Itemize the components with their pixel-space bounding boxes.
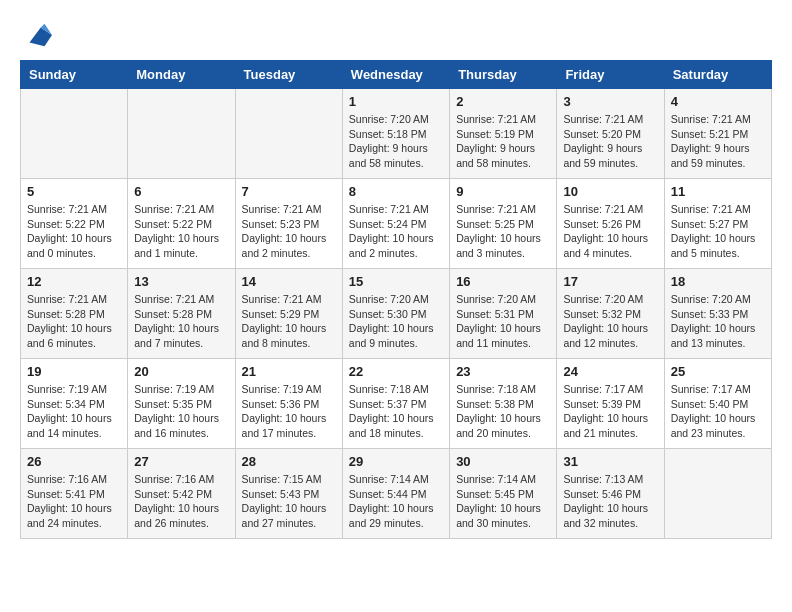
calendar-week-row: 12Sunrise: 7:21 AM Sunset: 5:28 PM Dayli… [21, 269, 772, 359]
calendar-cell [21, 89, 128, 179]
day-info: Sunrise: 7:13 AM Sunset: 5:46 PM Dayligh… [563, 472, 657, 531]
calendar-cell: 29Sunrise: 7:14 AM Sunset: 5:44 PM Dayli… [342, 449, 449, 539]
day-number: 6 [134, 184, 228, 199]
calendar-cell: 10Sunrise: 7:21 AM Sunset: 5:26 PM Dayli… [557, 179, 664, 269]
day-info: Sunrise: 7:21 AM Sunset: 5:23 PM Dayligh… [242, 202, 336, 261]
day-info: Sunrise: 7:21 AM Sunset: 5:19 PM Dayligh… [456, 112, 550, 171]
weekday-header-cell: Sunday [21, 61, 128, 89]
calendar-cell: 9Sunrise: 7:21 AM Sunset: 5:25 PM Daylig… [450, 179, 557, 269]
calendar-cell: 24Sunrise: 7:17 AM Sunset: 5:39 PM Dayli… [557, 359, 664, 449]
calendar-cell: 23Sunrise: 7:18 AM Sunset: 5:38 PM Dayli… [450, 359, 557, 449]
day-info: Sunrise: 7:21 AM Sunset: 5:21 PM Dayligh… [671, 112, 765, 171]
weekday-header-cell: Thursday [450, 61, 557, 89]
day-number: 2 [456, 94, 550, 109]
weekday-header-cell: Monday [128, 61, 235, 89]
calendar-cell: 30Sunrise: 7:14 AM Sunset: 5:45 PM Dayli… [450, 449, 557, 539]
calendar-cell: 27Sunrise: 7:16 AM Sunset: 5:42 PM Dayli… [128, 449, 235, 539]
day-info: Sunrise: 7:16 AM Sunset: 5:41 PM Dayligh… [27, 472, 121, 531]
day-info: Sunrise: 7:21 AM Sunset: 5:25 PM Dayligh… [456, 202, 550, 261]
day-info: Sunrise: 7:21 AM Sunset: 5:22 PM Dayligh… [134, 202, 228, 261]
day-info: Sunrise: 7:18 AM Sunset: 5:37 PM Dayligh… [349, 382, 443, 441]
day-number: 19 [27, 364, 121, 379]
day-number: 1 [349, 94, 443, 109]
day-number: 13 [134, 274, 228, 289]
day-info: Sunrise: 7:15 AM Sunset: 5:43 PM Dayligh… [242, 472, 336, 531]
day-number: 27 [134, 454, 228, 469]
day-info: Sunrise: 7:14 AM Sunset: 5:45 PM Dayligh… [456, 472, 550, 531]
calendar-cell: 3Sunrise: 7:21 AM Sunset: 5:20 PM Daylig… [557, 89, 664, 179]
calendar-week-row: 1Sunrise: 7:20 AM Sunset: 5:18 PM Daylig… [21, 89, 772, 179]
day-info: Sunrise: 7:21 AM Sunset: 5:29 PM Dayligh… [242, 292, 336, 351]
day-number: 11 [671, 184, 765, 199]
day-info: Sunrise: 7:20 AM Sunset: 5:30 PM Dayligh… [349, 292, 443, 351]
calendar-cell [128, 89, 235, 179]
day-info: Sunrise: 7:14 AM Sunset: 5:44 PM Dayligh… [349, 472, 443, 531]
calendar-table: SundayMondayTuesdayWednesdayThursdayFrid… [20, 60, 772, 539]
day-info: Sunrise: 7:18 AM Sunset: 5:38 PM Dayligh… [456, 382, 550, 441]
calendar-cell: 20Sunrise: 7:19 AM Sunset: 5:35 PM Dayli… [128, 359, 235, 449]
calendar-cell [664, 449, 771, 539]
day-number: 23 [456, 364, 550, 379]
calendar-cell: 25Sunrise: 7:17 AM Sunset: 5:40 PM Dayli… [664, 359, 771, 449]
day-number: 30 [456, 454, 550, 469]
calendar-cell: 17Sunrise: 7:20 AM Sunset: 5:32 PM Dayli… [557, 269, 664, 359]
day-info: Sunrise: 7:21 AM Sunset: 5:22 PM Dayligh… [27, 202, 121, 261]
day-info: Sunrise: 7:20 AM Sunset: 5:18 PM Dayligh… [349, 112, 443, 171]
calendar-week-row: 26Sunrise: 7:16 AM Sunset: 5:41 PM Dayli… [21, 449, 772, 539]
calendar-cell: 22Sunrise: 7:18 AM Sunset: 5:37 PM Dayli… [342, 359, 449, 449]
calendar-cell: 28Sunrise: 7:15 AM Sunset: 5:43 PM Dayli… [235, 449, 342, 539]
day-info: Sunrise: 7:21 AM Sunset: 5:20 PM Dayligh… [563, 112, 657, 171]
day-number: 14 [242, 274, 336, 289]
calendar-cell: 21Sunrise: 7:19 AM Sunset: 5:36 PM Dayli… [235, 359, 342, 449]
day-number: 3 [563, 94, 657, 109]
day-info: Sunrise: 7:20 AM Sunset: 5:31 PM Dayligh… [456, 292, 550, 351]
day-info: Sunrise: 7:21 AM Sunset: 5:28 PM Dayligh… [27, 292, 121, 351]
day-number: 9 [456, 184, 550, 199]
calendar-cell: 31Sunrise: 7:13 AM Sunset: 5:46 PM Dayli… [557, 449, 664, 539]
day-info: Sunrise: 7:21 AM Sunset: 5:26 PM Dayligh… [563, 202, 657, 261]
day-number: 17 [563, 274, 657, 289]
day-info: Sunrise: 7:21 AM Sunset: 5:27 PM Dayligh… [671, 202, 765, 261]
page-header [20, 20, 772, 50]
day-number: 26 [27, 454, 121, 469]
day-number: 4 [671, 94, 765, 109]
day-number: 22 [349, 364, 443, 379]
calendar-cell: 8Sunrise: 7:21 AM Sunset: 5:24 PM Daylig… [342, 179, 449, 269]
weekday-header-cell: Wednesday [342, 61, 449, 89]
day-number: 7 [242, 184, 336, 199]
day-number: 25 [671, 364, 765, 379]
day-number: 24 [563, 364, 657, 379]
calendar-cell: 26Sunrise: 7:16 AM Sunset: 5:41 PM Dayli… [21, 449, 128, 539]
day-info: Sunrise: 7:19 AM Sunset: 5:34 PM Dayligh… [27, 382, 121, 441]
day-info: Sunrise: 7:17 AM Sunset: 5:40 PM Dayligh… [671, 382, 765, 441]
calendar-week-row: 5Sunrise: 7:21 AM Sunset: 5:22 PM Daylig… [21, 179, 772, 269]
logo-icon [22, 20, 52, 50]
calendar-cell: 19Sunrise: 7:19 AM Sunset: 5:34 PM Dayli… [21, 359, 128, 449]
calendar-cell: 5Sunrise: 7:21 AM Sunset: 5:22 PM Daylig… [21, 179, 128, 269]
day-number: 18 [671, 274, 765, 289]
day-info: Sunrise: 7:19 AM Sunset: 5:35 PM Dayligh… [134, 382, 228, 441]
day-number: 10 [563, 184, 657, 199]
calendar-week-row: 19Sunrise: 7:19 AM Sunset: 5:34 PM Dayli… [21, 359, 772, 449]
calendar-cell: 7Sunrise: 7:21 AM Sunset: 5:23 PM Daylig… [235, 179, 342, 269]
calendar-cell: 4Sunrise: 7:21 AM Sunset: 5:21 PM Daylig… [664, 89, 771, 179]
day-info: Sunrise: 7:16 AM Sunset: 5:42 PM Dayligh… [134, 472, 228, 531]
calendar-cell: 18Sunrise: 7:20 AM Sunset: 5:33 PM Dayli… [664, 269, 771, 359]
day-info: Sunrise: 7:17 AM Sunset: 5:39 PM Dayligh… [563, 382, 657, 441]
calendar-cell: 13Sunrise: 7:21 AM Sunset: 5:28 PM Dayli… [128, 269, 235, 359]
calendar-cell: 11Sunrise: 7:21 AM Sunset: 5:27 PM Dayli… [664, 179, 771, 269]
calendar-body: 1Sunrise: 7:20 AM Sunset: 5:18 PM Daylig… [21, 89, 772, 539]
day-info: Sunrise: 7:20 AM Sunset: 5:33 PM Dayligh… [671, 292, 765, 351]
calendar-cell: 12Sunrise: 7:21 AM Sunset: 5:28 PM Dayli… [21, 269, 128, 359]
weekday-header-cell: Saturday [664, 61, 771, 89]
day-number: 8 [349, 184, 443, 199]
day-number: 21 [242, 364, 336, 379]
day-info: Sunrise: 7:20 AM Sunset: 5:32 PM Dayligh… [563, 292, 657, 351]
weekday-header-cell: Tuesday [235, 61, 342, 89]
day-info: Sunrise: 7:21 AM Sunset: 5:24 PM Dayligh… [349, 202, 443, 261]
calendar-cell [235, 89, 342, 179]
day-number: 5 [27, 184, 121, 199]
logo [20, 20, 52, 50]
calendar-cell: 2Sunrise: 7:21 AM Sunset: 5:19 PM Daylig… [450, 89, 557, 179]
calendar-cell: 14Sunrise: 7:21 AM Sunset: 5:29 PM Dayli… [235, 269, 342, 359]
